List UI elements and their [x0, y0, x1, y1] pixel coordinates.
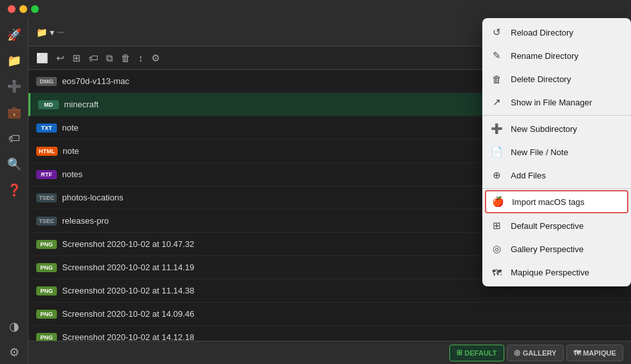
minimize-button[interactable] — [19, 5, 27, 13]
menu-divider — [482, 115, 631, 116]
sidebar-icon-logo[interactable]: 🚀 — [3, 23, 26, 47]
menu-item-import-macos-tags[interactable]: 🍎Import macOS tags — [485, 190, 628, 213]
menu-item-add-files[interactable]: ⊕Add Files — [482, 164, 631, 187]
sidebar-icon-help[interactable]: ❓ — [3, 178, 26, 202]
sort-icon[interactable]: ↕ — [138, 52, 144, 63]
back-icon[interactable]: ↩ — [56, 52, 65, 64]
file-type-badge: RTF — [36, 170, 57, 179]
perspective-label: DEFAULT — [465, 349, 497, 357]
perspective-button-mapique[interactable]: 🗺MAPIQUE — [566, 345, 623, 361]
file-name: photos-locations — [62, 193, 497, 202]
menu-item-label: New File / Note — [511, 147, 568, 157]
sidebar-icon-add[interactable]: ➕ — [3, 75, 26, 98]
menu-item-label: Add Files — [511, 171, 546, 180]
menu-item-label: Gallery Perspective — [511, 244, 584, 254]
file-type-badge: PNG — [36, 263, 57, 272]
sidebar-icon-portfolio[interactable]: 💼 — [3, 101, 26, 124]
file-type-badge: PNG — [36, 310, 57, 319]
file-name: Screenshot 2020-10-02 at 14.12.18 — [62, 332, 623, 341]
folder-button[interactable]: 📁 ▾ — [36, 27, 65, 37]
copy-icon[interactable]: ⧉ — [106, 52, 113, 64]
folder-icon: 📁 — [36, 27, 47, 37]
perspective-icon: ⊞ — [456, 348, 462, 357]
menu-item-new-subdirectory[interactable]: ➕New Subdirectory — [482, 117, 631, 140]
settings-icon[interactable]: ⚙ — [151, 52, 160, 64]
menu-item-delete-directory[interactable]: 🗑Delete Directory — [482, 67, 631, 91]
file-type-badge: PNG — [36, 286, 57, 295]
bottom-bar: ⊞DEFAULT◎GALLERY🗺MAPIQUE — [28, 341, 631, 364]
file-row[interactable]: PNGScreenshot 2020-10-02 at 14.12.18 — [28, 326, 631, 341]
menu-item-default-perspective[interactable]: ⊞Default Perspective — [482, 214, 631, 237]
file-name: Screenshot 2020-10-02 at 14.09.46 — [62, 309, 623, 319]
folder-chevron: ▾ — [50, 27, 54, 37]
menu-item-label: Reload Directory — [511, 28, 573, 37]
perspective-button-gallery[interactable]: ◎GALLERY — [507, 345, 564, 361]
sidebar-icon-tags[interactable]: 🏷 — [3, 127, 26, 150]
sidebar-icon-theme[interactable]: ◑ — [3, 315, 26, 338]
menu-item-new-file-/-note[interactable]: 📄New File / Note — [482, 140, 631, 164]
window-controls[interactable] — [8, 5, 39, 13]
maximize-button[interactable] — [31, 5, 39, 13]
context-menu: ↺Reload Directory✎Rename Directory🗑Delet… — [482, 18, 631, 286]
file-type-badge: HTML — [36, 147, 58, 156]
menu-item-icon: ◎ — [490, 242, 503, 255]
file-name: Screenshot 2020-10-02 at 11.14.38 — [62, 286, 623, 295]
file-row[interactable]: PNGScreenshot 2020-10-02 at 14.09.46 — [28, 303, 631, 326]
menu-item-label: Delete Directory — [511, 74, 571, 84]
menu-item-label: New Subdirectory — [511, 124, 577, 134]
menu-item-label: Default Perspective — [511, 221, 584, 231]
file-type-badge: DMG — [36, 77, 57, 86]
menu-item-reload-directory[interactable]: ↺Reload Directory — [482, 21, 631, 44]
file-type-badge: TSEC — [36, 217, 57, 226]
menu-item-label: Import macOS tags — [512, 197, 584, 207]
file-type-badge: PNG — [36, 240, 57, 249]
menu-item-icon: ↺ — [490, 26, 503, 39]
menu-item-icon: 🗺 — [490, 266, 503, 279]
menu-item-label: Mapique Perspective — [511, 268, 589, 277]
menu-divider — [482, 188, 631, 189]
menu-item-icon: ⊞ — [490, 219, 503, 232]
menu-item-show-in-file-manager[interactable]: ↗Show in File Manager — [482, 91, 631, 114]
menu-item-icon: ➕ — [490, 122, 503, 135]
menu-item-label: Rename Directory — [511, 51, 579, 61]
tag-icon[interactable]: 🏷 — [89, 52, 98, 63]
file-type-badge: MD — [38, 100, 59, 109]
menu-item-icon: ⊕ — [490, 169, 503, 182]
sidebar: 🚀 📁 ➕ 💼 🏷 🔍 ❓ ◑ ⚙ — [0, 18, 28, 364]
menu-item-rename-directory[interactable]: ✎Rename Directory — [482, 44, 631, 67]
menu-item-icon: 📄 — [490, 145, 503, 158]
perspective-button-default[interactable]: ⊞DEFAULT — [449, 345, 504, 361]
file-name: releases-pro — [62, 216, 497, 226]
file-count-badge — [57, 32, 65, 33]
sidebar-icon-folders[interactable]: 📁 — [3, 49, 26, 72]
close-button[interactable] — [8, 5, 16, 13]
file-type-badge: TXT — [36, 123, 57, 133]
perspective-icon: ◎ — [514, 348, 520, 357]
sidebar-icon-search[interactable]: 🔍 — [3, 153, 26, 176]
menu-item-icon: ↗ — [490, 96, 503, 109]
perspective-label: MAPIQUE — [583, 349, 616, 357]
menu-item-icon: 🗑 — [490, 72, 503, 85]
titlebar — [0, 0, 631, 18]
select-all-icon[interactable]: ⬜ — [36, 52, 48, 64]
perspective-label: GALLERY — [523, 349, 557, 357]
grid-icon[interactable]: ⊞ — [72, 52, 81, 64]
file-type-badge: TSEC — [36, 193, 57, 202]
file-type-badge: PNG — [36, 333, 57, 341]
delete-icon[interactable]: 🗑 — [121, 52, 131, 63]
menu-item-label: Show in File Manager — [511, 98, 592, 107]
perspective-icon: 🗺 — [573, 349, 581, 357]
menu-item-gallery-perspective[interactable]: ◎Gallery Perspective — [482, 237, 631, 261]
sidebar-icon-settings[interactable]: ⚙ — [3, 341, 26, 364]
menu-item-icon: ✎ — [490, 49, 503, 62]
file-name: minecraft — [64, 100, 504, 109]
menu-item-icon: 🍎 — [491, 195, 504, 208]
menu-item-mapique-perspective[interactable]: 🗺Mapique Perspective — [482, 261, 631, 284]
